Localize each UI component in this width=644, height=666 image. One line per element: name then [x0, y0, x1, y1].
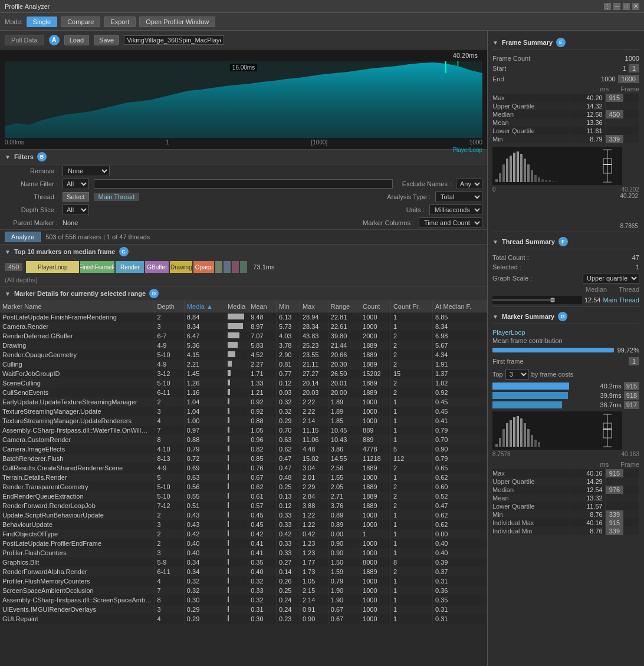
table-row[interactable]: EndRenderQueueExtraction 5-10 0.55 0.61 …	[0, 492, 487, 501]
table-row[interactable]: Profiler.FlushMemoryCounters 4 0.32 0.32…	[0, 576, 487, 586]
col-mean[interactable]: Mean	[248, 301, 277, 312]
table-row[interactable]: RenderDeferred.GBuffer 6-7 6.47 7.07 4.0…	[0, 331, 487, 341]
ms-top-select[interactable]: 3	[505, 369, 529, 380]
ts-graphscale-row: Graph Scale : Upper quartile	[492, 272, 639, 285]
table-row[interactable]: Terrain.Details.Render 5 0.63 0.67 0.48 …	[0, 473, 487, 482]
table-row[interactable]: RenderForward.RenderLoopJob 7-12 0.51 0.…	[0, 501, 487, 510]
table-row[interactable]: GUI.Repaint 4 0.29 0.30 0.23 0.90 0.67 1…	[0, 614, 487, 624]
table-row[interactable]: CullResults.CreateSharedRendererScene 4-…	[0, 463, 487, 473]
col-media1[interactable]: Media ▲	[184, 301, 225, 312]
table-row[interactable]: RenderForwardAlpha.Render 6-11 0.34 0.40…	[0, 567, 487, 576]
col-marker-name[interactable]: Marker Name	[0, 301, 155, 312]
pull-data-button[interactable]: Pull Data	[5, 35, 44, 45]
ts-graphscale-select[interactable]: Upper quartile	[583, 273, 639, 283]
table-row[interactable]: SceneCulling 5-10 1.26 1.33 0.12 20.14 2…	[0, 378, 487, 388]
more-icon[interactable]: ⋮	[604, 3, 611, 10]
col-max[interactable]: Max	[300, 301, 328, 312]
table-row[interactable]: Camera.ImageEffects 4-10 0.79 0.82 0.62 …	[0, 444, 487, 454]
col-count[interactable]: Count	[360, 301, 391, 312]
table-row[interactable]: Assembly-CSharp-firstpass.dll::ScreenSpa…	[0, 595, 487, 605]
timeline-frame-mid: [1000]	[311, 139, 327, 146]
table-row[interactable]: BatchRenderer.Flush 8-13 0.72 0.85 0.47 …	[0, 454, 487, 463]
table-row[interactable]: Render.OpaqueGeometry 5-10 4.15 4.52 2.9…	[0, 350, 487, 360]
marker-summary-title[interactable]: ▼ Marker Summary G	[492, 309, 639, 324]
svg-rect-19	[541, 179, 544, 182]
table-row[interactable]: Drawing 4-9 5.36 5.83 3.78 25.23 21.44 1…	[0, 341, 487, 350]
exclude-names-select[interactable]: Any	[456, 179, 482, 189]
thread-select-button[interactable]: Select	[63, 192, 89, 202]
table-row[interactable]: EarlyUpdate.UpdateTextureStreamingManage…	[0, 397, 487, 407]
mode-single-button[interactable]: Single	[27, 17, 58, 27]
minimize-icon[interactable]: ─	[613, 3, 620, 10]
mode-compare-button[interactable]: Compare	[61, 17, 100, 27]
col-range[interactable]: Range	[328, 301, 360, 312]
table-row[interactable]: Camera.Render 3 8.34 8.97 5.73 28.34 22.…	[0, 322, 487, 331]
maximize-icon[interactable]: □	[623, 3, 630, 10]
units-select[interactable]: Milliseconds	[429, 205, 482, 215]
frame-count-val: 1000	[625, 55, 639, 62]
median-header[interactable]: ▼ Top 10 markers on median frame C	[0, 245, 487, 259]
col-depth[interactable]: Depth	[155, 301, 184, 312]
analysis-type-select[interactable]: Total	[435, 192, 482, 202]
load-button[interactable]: Load	[64, 35, 89, 45]
col-media2[interactable]: Media	[225, 301, 248, 312]
table-row[interactable]: CullSendEvents 6-11 1.16 1.21 0.03 20.03…	[0, 388, 487, 397]
filename-input[interactable]	[124, 35, 224, 45]
table-row[interactable]: PostLateUpdate.FinishFrameRendering 2 8.…	[0, 312, 487, 322]
analyze-button[interactable]: Analyze	[5, 232, 41, 242]
table-row[interactable]: BehaviourUpdate 3 0.43 0.45 0.33 1.22 0.…	[0, 520, 487, 529]
table-row[interactable]: FindObjectsOfType 2 0.42 0.42 0.42 0.42 …	[0, 529, 487, 539]
table-row[interactable]: ScreenSpaceAmbientOcclusion 7 0.32 0.33 …	[0, 586, 487, 595]
table-row[interactable]: PostLateUpdate.ProfilerEndFrame 2 0.40 0…	[0, 539, 487, 548]
table-row[interactable]: Graphics.Blit 5-9 0.34 0.35 0.27 1.77 1.…	[0, 558, 487, 567]
ts-slider[interactable]	[492, 296, 582, 304]
segment-drawing: Drawing	[170, 261, 192, 273]
svg-rect-18	[538, 177, 540, 182]
parent-value: None	[63, 219, 78, 226]
filter-depth-row: Depth Slice : All Units : Milliseconds	[0, 203, 487, 216]
col-count-fr[interactable]: Count Fr.	[390, 301, 432, 312]
ts-col-median: Median	[586, 286, 607, 293]
timeline-min-time: 0.00ms	[5, 139, 24, 146]
table-row[interactable]: UIEvents.IMGUIRenderOverlays 3 0.29 0.31…	[0, 605, 487, 614]
depth-select[interactable]: All	[63, 205, 89, 215]
svg-rect-35	[506, 423, 508, 447]
marker-name-cell: BatchRenderer.Flush	[0, 454, 155, 463]
thread-summary-label: Thread Summary	[502, 238, 555, 245]
name-filter-input[interactable]	[94, 179, 393, 189]
svg-rect-39	[520, 418, 523, 447]
save-button[interactable]: Save	[94, 35, 119, 45]
fs-mean-row: Mean 13.36	[492, 118, 639, 127]
table-row[interactable]: Assembly-CSharp-firstpass.dll::WaterTile…	[0, 426, 487, 435]
marker-details-table-wrapper[interactable]: Marker Name Depth Media ▲ Media Mean Min…	[0, 301, 487, 666]
details-arrow: ▼	[5, 291, 11, 297]
table-row[interactable]: Camera.CustomRender 8 0.88 0.96 0.63 11.…	[0, 435, 487, 444]
col-min[interactable]: Min	[277, 301, 300, 312]
median-arrow: ▼	[5, 249, 11, 255]
table-row[interactable]: Profiler.FlushCounters 3 0.40 0.41 0.33 …	[0, 548, 487, 558]
table-row[interactable]: TextureStreamingManager.UpdateRenderers …	[0, 416, 487, 426]
thread-summary-title[interactable]: ▼ Thread Summary F	[492, 235, 639, 249]
name-filter-select[interactable]: All	[63, 179, 89, 189]
remove-select[interactable]: None	[63, 166, 110, 176]
timeline-inner[interactable]: 16.00ms	[5, 61, 482, 138]
marker-details-table: Marker Name Depth Media ▲ Media Mean Min…	[0, 301, 487, 624]
frame-summary-title[interactable]: ▼ Frame Summary E	[492, 35, 639, 50]
filter-name-row: Name Filter : All Exclude Names : Any	[0, 177, 487, 190]
ms-col-headers: ms Frame	[492, 460, 639, 469]
marker-name-cell: Profiler.FlushCounters	[0, 548, 155, 558]
mode-label: Mode:	[5, 18, 23, 25]
table-row[interactable]: WaitForJobGroupID 3-12 1.45 1.71 0.77 27…	[0, 369, 487, 378]
table-row[interactable]: TextureStreamingManager.Update 3 1.04 0.…	[0, 407, 487, 416]
marker-name-cell: Camera.CustomRender	[0, 435, 155, 444]
remove-label: Remove :	[5, 167, 58, 174]
table-row[interactable]: Culling 4-9 2.21 2.27 0.81 21.11 20.30 1…	[0, 360, 487, 369]
table-row[interactable]: Render.TransparentGeometry 5-10 0.56 0.6…	[0, 482, 487, 492]
table-row[interactable]: Update.ScriptRunBehaviourUpdate 2 0.43 0…	[0, 510, 487, 520]
close-icon[interactable]: ✕	[632, 3, 639, 10]
mode-export-button[interactable]: Export	[104, 17, 136, 27]
segment-extra4	[240, 261, 247, 273]
mode-profiler-button[interactable]: Open Profiler Window	[139, 17, 215, 27]
col-at-median[interactable]: At Median F.	[433, 301, 487, 312]
marker-columns-select[interactable]: Time and Count	[419, 217, 482, 228]
